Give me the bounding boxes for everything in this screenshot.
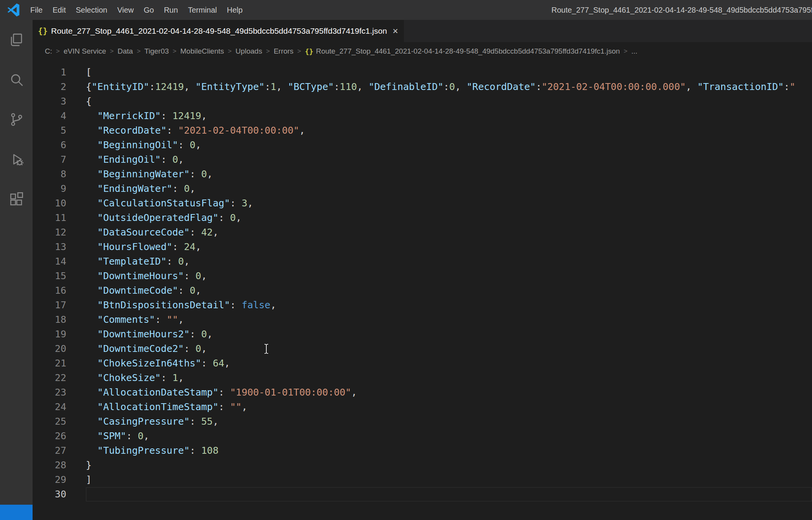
code-line[interactable]: 18 "Comments": "", xyxy=(33,312,812,327)
line-number: 19 xyxy=(33,327,86,342)
breadcrumb-file[interactable]: {}Route_277_Stop_4461_2021-02-04-14-28-4… xyxy=(304,47,621,56)
menu-file[interactable]: File xyxy=(25,0,48,20)
window-title: Route_277_Stop_4461_2021-02-04-14-28-49-… xyxy=(551,0,812,20)
code-line[interactable]: 22 "ChokeSize": 1, xyxy=(33,371,812,385)
tab-close-icon[interactable]: ✕ xyxy=(392,27,399,36)
line-number: 16 xyxy=(33,283,86,298)
menu-terminal[interactable]: Terminal xyxy=(183,0,222,20)
line-number: 18 xyxy=(33,312,86,327)
line-number: 26 xyxy=(33,429,86,443)
line-number: 22 xyxy=(33,371,86,385)
menu-run[interactable]: Run xyxy=(159,0,183,20)
search-button[interactable] xyxy=(0,60,33,100)
json-file-icon: {} xyxy=(305,47,313,56)
breadcrumb-separator: > xyxy=(134,47,144,55)
editor[interactable]: 1[2{"EntityID":12419, "EntityType":1, "B… xyxy=(33,61,812,520)
code-line[interactable]: 5 "RecordDate": "2021-02-04T00:00:00", xyxy=(33,123,812,138)
breadcrumb-item[interactable]: Data xyxy=(117,47,134,56)
line-number: 27 xyxy=(33,443,86,458)
code-line[interactable]: 19 "DowntimeHours2": 0, xyxy=(33,327,812,342)
code-line[interactable]: 28} xyxy=(33,458,812,473)
code-text: "HoursFlowed": 24, xyxy=(86,240,812,254)
code-text: "CalculationStatusFlag": 3, xyxy=(86,196,812,211)
line-number: 20 xyxy=(33,342,86,356)
code-line[interactable]: 30 xyxy=(33,487,812,502)
code-line[interactable]: 1[ xyxy=(33,65,812,80)
code-text: "ChokeSizeIn64ths": 64, xyxy=(86,356,812,371)
activity-bar xyxy=(0,20,33,520)
tab-json-file[interactable]: {} Route_277_Stop_4461_2021-02-04-14-28-… xyxy=(33,20,404,42)
source-control-button[interactable] xyxy=(0,100,33,139)
line-number: 29 xyxy=(33,473,86,487)
line-number: 4 xyxy=(33,109,86,123)
line-number: 3 xyxy=(33,94,86,109)
code-line[interactable]: 7 "EndingOil": 0, xyxy=(33,152,812,167)
code-line[interactable]: 9 "EndingWater": 0, xyxy=(33,182,812,196)
menu-help[interactable]: Help xyxy=(222,0,248,20)
code-line[interactable]: 14 "TemplateID": 0, xyxy=(33,254,812,269)
breadcrumb-item[interactable]: Tiger03 xyxy=(144,47,170,56)
code-text: "OutsideOperatedFlag": 0, xyxy=(86,211,812,225)
code-text: "MerrickID": 12419, xyxy=(86,109,812,123)
code-text: "BtnDispositionsDetail": false, xyxy=(86,298,812,312)
extensions-button[interactable] xyxy=(0,179,33,219)
line-number: 10 xyxy=(33,196,86,211)
code-line[interactable]: 13 "HoursFlowed": 24, xyxy=(33,240,812,254)
code-text: "AllocationTimeStamp": "", xyxy=(86,400,812,414)
code-line[interactable]: 3{ xyxy=(33,94,812,109)
breadcrumb-overflow[interactable]: ... xyxy=(630,47,638,56)
menu-view[interactable]: View xyxy=(112,0,139,20)
menu-go[interactable]: Go xyxy=(139,0,159,20)
menu-edit[interactable]: Edit xyxy=(48,0,71,20)
menu-selection[interactable]: Selection xyxy=(71,0,112,20)
breadcrumb: C:>eVIN Service>Data>Tiger03>MobileClien… xyxy=(33,42,812,61)
breadcrumb-separator: > xyxy=(170,47,180,55)
code-line[interactable]: 23 "AllocationDateStamp": "1900-01-01T00… xyxy=(33,385,812,400)
line-number: 7 xyxy=(33,152,86,167)
code-line[interactable]: 6 "BeginningOil": 0, xyxy=(33,138,812,152)
code-line[interactable]: 24 "AllocationTimeStamp": "", xyxy=(33,400,812,414)
code-text: "BeginningOil": 0, xyxy=(86,138,812,152)
code-text: "DowntimeCode2": 0, xyxy=(86,342,812,356)
code-text: "AllocationDateStamp": "1900-01-01T00:00… xyxy=(86,385,812,400)
code-text: "DataSourceCode": 42, xyxy=(86,225,812,240)
code-line[interactable]: 12 "DataSourceCode": 42, xyxy=(33,225,812,240)
run-and-debug-button[interactable] xyxy=(0,139,33,179)
mouse-cursor-ibeam-icon xyxy=(263,343,269,355)
breadcrumb-item[interactable]: Errors xyxy=(273,47,294,56)
code-text: ] xyxy=(86,473,812,487)
code-text: "DowntimeCode": 0, xyxy=(86,283,812,298)
line-number: 17 xyxy=(33,298,86,312)
code-line[interactable]: 8 "BeginningWater": 0, xyxy=(33,167,812,182)
code-text xyxy=(86,487,812,502)
breadcrumb-separator: > xyxy=(225,47,235,55)
code-line[interactable]: 11 "OutsideOperatedFlag": 0, xyxy=(33,211,812,225)
code-line[interactable]: 10 "CalculationStatusFlag": 3, xyxy=(33,196,812,211)
breadcrumb-item[interactable]: Uploads xyxy=(235,47,263,56)
code-line[interactable]: 16 "DowntimeCode": 0, xyxy=(33,283,812,298)
code-line[interactable]: 26 "SPM": 0, xyxy=(33,429,812,443)
code-line[interactable]: 27 "TubingPressure": 108 xyxy=(33,443,812,458)
code-line[interactable]: 21 "ChokeSizeIn64ths": 64, xyxy=(33,356,812,371)
code-text: {"EntityID":12419, "EntityType":1, "BCTy… xyxy=(86,80,812,94)
code-line[interactable]: 20 "DowntimeCode2": 0, xyxy=(33,342,812,356)
code-text: "TemplateID": 0, xyxy=(86,254,812,269)
code-line[interactable]: 25 "CasingPressure": 55, xyxy=(33,414,812,429)
breadcrumb-item[interactable]: MobileClients xyxy=(179,47,225,56)
line-number: 28 xyxy=(33,458,86,473)
breadcrumb-item[interactable]: C: xyxy=(44,47,53,56)
code-line[interactable]: 29] xyxy=(33,473,812,487)
line-number: 12 xyxy=(33,225,86,240)
code-text: "SPM": 0, xyxy=(86,429,812,443)
source-control-icon xyxy=(8,111,25,128)
code-line[interactable]: 2{"EntityID":12419, "EntityType":1, "BCT… xyxy=(33,80,812,94)
remote-indicator[interactable] xyxy=(0,505,33,520)
code-line[interactable]: 17 "BtnDispositionsDetail": false, xyxy=(33,298,812,312)
code-line[interactable]: 15 "DowntimeHours": 0, xyxy=(33,269,812,283)
menu-bar: FileEditSelectionViewGoRunTerminalHelp xyxy=(25,0,248,20)
breadcrumb-item[interactable]: eVIN Service xyxy=(63,47,107,56)
explorer-icon xyxy=(8,32,25,48)
code-line[interactable]: 4 "MerrickID": 12419, xyxy=(33,109,812,123)
breadcrumb-separator: > xyxy=(107,47,117,55)
explorer-button[interactable] xyxy=(0,20,33,60)
